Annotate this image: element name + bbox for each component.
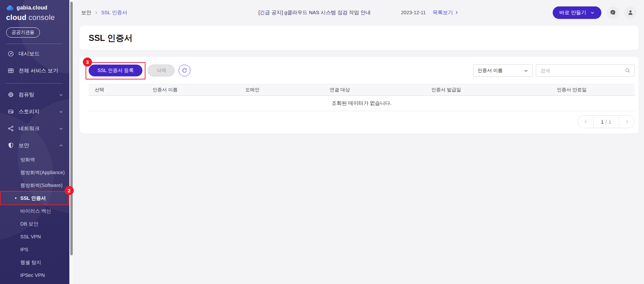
empty-state-message: 조회된 데이터가 없습니다.: [89, 96, 635, 111]
sidebar: gabia.cloud cloudconsole 공공기관용 대시보드 전체 서…: [0, 0, 69, 284]
sidebar-subitem-webshell-detect[interactable]: 웹쉘 탐지: [0, 256, 69, 269]
sidebar-item-security[interactable]: 보안: [0, 137, 69, 154]
register-ssl-certificate-button[interactable]: SSL 인증서 등록: [89, 65, 142, 76]
chevron-right-icon: [624, 119, 629, 124]
sidebar-subitem-db-security[interactable]: DB 보안: [0, 217, 69, 230]
sidebar-item-label: 스토리지: [19, 108, 54, 115]
sidebar-subitem-firewall[interactable]: 방화벽: [0, 153, 69, 166]
search-controls: 인증서 이름: [473, 64, 635, 77]
notice-link[interactable]: [긴급 공지] g클라우드 NAS 시스템 점검 작업 안내: [258, 9, 371, 16]
search-box: [536, 64, 635, 77]
cloud-console-app: gabia.cloud cloudconsole 공공기관용 대시보드 전체 서…: [0, 0, 644, 284]
support-button[interactable]: [606, 6, 619, 19]
sidebar-item-all-services[interactable]: 전체 서비스 보기: [0, 62, 69, 79]
sidebar-item-computing[interactable]: 컴퓨팅: [0, 86, 69, 103]
account-button[interactable]: [624, 6, 637, 19]
sidebar-divider: [6, 44, 63, 44]
sidebar-item-network[interactable]: 네트워크: [0, 120, 69, 137]
sidebar-item-label: 보안: [19, 142, 54, 149]
sidebar-subitem-ssl-vpn[interactable]: SSL VPN: [0, 230, 69, 243]
chevron-down-icon: [590, 10, 595, 15]
breadcrumb: 보안 SSL 인증서: [81, 9, 127, 16]
sidebar-subitem-waf-appliance[interactable]: 웹방화벽(Appliance): [0, 166, 69, 179]
search-input[interactable]: [540, 68, 625, 74]
refresh-button[interactable]: [179, 65, 190, 76]
grid-icon: [7, 67, 14, 74]
pagination: 1 / 1: [578, 115, 635, 128]
chevron-left-icon: [583, 119, 588, 124]
drive-icon: [7, 108, 14, 115]
chevron-down-icon: [59, 126, 63, 131]
sidebar-divider: [6, 83, 63, 84]
pagination-row: 1 / 1: [89, 115, 635, 128]
logo-block: gabia.cloud cloudconsole: [0, 0, 69, 22]
sidebar-item-storage[interactable]: 스토리지: [0, 103, 69, 120]
chat-pencil-icon: [610, 9, 616, 16]
total-pages: 1: [608, 119, 611, 125]
chevron-down-icon: [59, 110, 63, 114]
breadcrumb-current: SSL 인증서: [101, 9, 127, 16]
annotation-step-badge: 3: [83, 57, 92, 67]
column-domain: 도메인: [209, 87, 296, 93]
chevron-up-icon: [59, 143, 63, 148]
sidebar-item-label: 컴퓨팅: [19, 91, 54, 98]
column-cert-name: 인증서 이름: [121, 87, 209, 93]
filter-field-select[interactable]: 인증서 이름: [473, 64, 533, 77]
main-area: 보안 SSL 인증서 [긴급 공지] g클라우드 NAS 시스템 점검 작업 안…: [73, 0, 644, 284]
sidebar-subitem-ssl-certificate[interactable]: SSL 인증서 2: [0, 192, 69, 205]
top-actions: 바로 만들기: [553, 0, 637, 25]
notice-list-link[interactable]: 목록보기: [433, 9, 459, 16]
top-header: 보안 SSL 인증서 [긴급 공지] g클라우드 NAS 시스템 점검 작업 안…: [73, 0, 644, 25]
sidebar-item-dashboard[interactable]: 대시보드: [0, 45, 69, 62]
certificate-table: 선택 인증서 이름 도메인 연결 대상 인증서 발급일 인증서 만료일 조회된 …: [89, 84, 635, 111]
certificate-list-card: SSL 인증서 등록 3 삭제 인증서 이름: [80, 57, 639, 134]
column-expiry-date: 인증서 만료일: [509, 87, 635, 93]
refresh-icon: [182, 68, 187, 73]
sidebar-item-label: 대시보드: [19, 50, 63, 57]
console-title: cloudconsole: [6, 13, 69, 22]
notice-date: 2023-12-11: [401, 10, 426, 15]
breadcrumb-parent[interactable]: 보안: [81, 9, 91, 16]
delete-button[interactable]: 삭제: [148, 65, 175, 76]
chevron-down-icon: [524, 68, 528, 73]
shield-icon: [7, 142, 14, 149]
public-org-badge: 공공기관용: [6, 27, 40, 38]
notice-bar: [긴급 공지] g클라우드 NAS 시스템 점검 작업 안내 2023-12-1…: [258, 0, 459, 25]
sidebar-subitem-virus-vaccine[interactable]: 바이러스 백신: [0, 205, 69, 217]
column-select: 선택: [89, 87, 121, 93]
sidebar-subitem-waf-software[interactable]: 웹방화벽(Software): [0, 179, 69, 192]
chevron-right-icon: [455, 10, 459, 15]
table-header-row: 선택 인증서 이름 도메인 연결 대상 인증서 발급일 인증서 만료일: [89, 84, 635, 96]
current-page: 1: [601, 119, 604, 125]
sidebar-scrollbar-thumb[interactable]: [70, 2, 73, 255]
page-indicator: 1 / 1: [594, 116, 619, 128]
chevron-right-icon: [94, 11, 98, 15]
prev-page-button[interactable]: [578, 116, 594, 128]
sidebar-nav: 대시보드 전체 서비스 보기 컴퓨팅: [0, 45, 69, 282]
chevron-down-icon: [59, 93, 63, 97]
sidebar-item-label: 네트워크: [19, 125, 54, 132]
next-page-button[interactable]: [619, 116, 634, 128]
search-icon[interactable]: [625, 68, 630, 73]
person-icon: [627, 9, 634, 16]
chip-icon: [7, 91, 14, 98]
page-title-card: SSL 인증서: [80, 26, 639, 50]
sidebar-item-label: 전체 서비스 보기: [19, 67, 63, 74]
annotation-step-badge: 2: [65, 186, 74, 195]
page-title: SSL 인증서: [89, 32, 133, 44]
nodes-icon: [7, 125, 14, 132]
sidebar-subitem-ips[interactable]: IPS: [0, 243, 69, 256]
cloud-logo-icon: [6, 5, 14, 11]
filter-selected-value: 인증서 이름: [478, 68, 524, 74]
toolbar: SSL 인증서 등록 3 삭제 인증서 이름: [89, 57, 635, 77]
sidebar-subitem-ipsec-vpn[interactable]: IPSec VPN: [0, 269, 69, 282]
column-connection-target: 연결 대상: [296, 87, 383, 93]
security-submenu: 방화벽 웹방화벽(Appliance) 웹방화벽(Software) SSL 인…: [0, 153, 69, 282]
gauge-icon: [7, 50, 14, 57]
column-issue-date: 인증서 발급일: [384, 87, 509, 93]
quick-create-button[interactable]: 바로 만들기: [553, 6, 601, 19]
brand-name: gabia.cloud: [17, 5, 47, 11]
